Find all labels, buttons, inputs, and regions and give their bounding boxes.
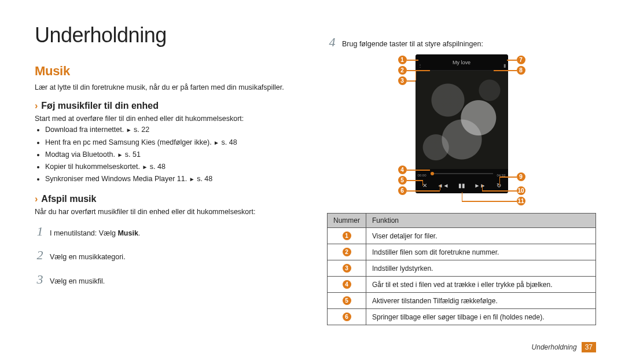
step-item: 2 Vælg en musikkategori. [35, 243, 304, 267]
table-cell-function: Aktiverer tilstanden Tilfældig rækkefølg… [366, 293, 596, 309]
footer-section-name: Underholdning [532, 343, 577, 351]
step-post: . [138, 229, 140, 237]
subheading-add-files-text: Føj musikfiler til din enhed [41, 101, 159, 111]
list-item: Download fra internettet. ► s. 22 [45, 124, 304, 136]
step-4-text: Brug følgende taster til at styre afspil… [342, 40, 483, 48]
table-cell-function: Går til et sted i filen ved at trække i … [366, 277, 596, 293]
step-text: Vælg en musikfil. [50, 275, 105, 289]
table-header-function: Funktion [366, 214, 596, 228]
callout-5: 5 [398, 176, 407, 185]
triangle-icon: ► [189, 176, 195, 182]
bullet-text: Hent fra en pc med Samsung Kies (medfølg… [45, 138, 212, 146]
step-item: 3 Vælg en musikfil. [35, 267, 304, 292]
callout-bullet-icon: 2 [343, 248, 351, 256]
callout-4: 4 [398, 166, 407, 174]
callout-lead [440, 185, 441, 190]
table-row: 1 Viser detaljer for filer. [328, 228, 596, 244]
progress-thumb-icon [431, 172, 434, 175]
table-header-row: Nummer Funktion [328, 214, 596, 228]
left-column: Underholdning Musik Lær at lytte til din… [35, 23, 304, 352]
callout-lead [499, 177, 517, 178]
table-row: 5 Aktiverer tilstanden Tilfældig rækkefø… [328, 293, 596, 309]
step-bold: Musik [117, 229, 138, 237]
triangle-icon: ► [117, 152, 123, 158]
step-number-icon: 3 [35, 267, 45, 292]
bullet-text: Download fra internettet. [45, 126, 124, 134]
bullet-text: Modtag via Bluetooth. [45, 150, 115, 159]
triangle-icon: ► [214, 139, 219, 146]
list-item: Kopier til hukommelseskortet. ► s. 48 [45, 161, 304, 173]
player-diagram: ⋮ My love ▮ 00:00 04:32 ✕ ◄◄ ▮▮ [327, 54, 596, 205]
callout-lead [407, 170, 430, 171]
table-row: 2 Indstiller filen som dit foretrukne nu… [328, 244, 596, 260]
shuffle-icon: ✕ [416, 182, 434, 189]
step-number-icon: 2 [35, 243, 45, 267]
bullet-text: Kopier til hukommelseskortet. [45, 163, 140, 171]
play-icon: ▮▮ [453, 182, 471, 189]
footer-page-number: 37 [582, 342, 596, 352]
callout-lead [462, 192, 463, 201]
table-cell-function: Indstiller lydstyrken. [366, 260, 596, 277]
prev-icon: ◄◄ [434, 182, 453, 189]
step-number-icon: 4 [327, 35, 337, 50]
list-item: Synkroniser med Windows Media Player 11.… [45, 173, 304, 185]
page-title: Underholdning [35, 23, 304, 47]
callout-lead [482, 185, 483, 190]
table-cell-function: Springer tilbage eller søger tilbage i e… [366, 309, 596, 325]
page-footer: Underholdning 37 [532, 342, 596, 352]
callout-3: 3 [398, 76, 407, 85]
callout-1: 1 [398, 56, 407, 64]
add-files-lead: Start med at overføre filer til din enhe… [35, 113, 304, 124]
callout-lead [416, 70, 417, 80]
play-steps: 1 I menutilstand: Vælg Musik. 2 Vælg en … [35, 219, 304, 292]
step-text: I menutilstand: Vælg Musik. [50, 227, 140, 241]
album-art [416, 71, 508, 169]
page-ref: s. 48 [150, 163, 166, 171]
callout-lead [407, 180, 422, 181]
callout-bullet-icon: 5 [343, 296, 351, 305]
callout-lead [499, 177, 501, 186]
callout-lead [407, 190, 440, 192]
callout-lead [407, 60, 418, 61]
page-ref: s. 51 [125, 150, 141, 159]
repeat-icon: ↻ [490, 182, 508, 189]
section-intro: Lær at lytte til din foretrukne musik, n… [35, 82, 304, 93]
step-number-icon: 1 [35, 219, 45, 244]
page-ref: s. 48 [222, 138, 237, 146]
table-cell-function: Viser detaljer for filer. [366, 228, 596, 244]
step-4-row: 4 Brug følgende taster til at styre afsp… [327, 35, 596, 50]
table-header-number: Nummer [328, 214, 366, 228]
callout-lead [507, 60, 517, 61]
right-column: 4 Brug følgende taster til at styre afsp… [327, 23, 596, 352]
phone-screenshot: ⋮ My love ▮ 00:00 04:32 ✕ ◄◄ ▮▮ [416, 54, 508, 193]
section-title-musik: Musik [35, 64, 304, 79]
function-table: Nummer Funktion 1 Viser detaljer for fil… [327, 213, 596, 325]
callout-8: 8 [517, 66, 525, 75]
now-playing-title: My love [453, 60, 470, 65]
callout-lead [407, 80, 416, 82]
callout-lead [482, 190, 517, 192]
callout-10: 10 [517, 186, 525, 195]
list-item: Hent fra en pc med Samsung Kies (medfølg… [45, 137, 304, 149]
callout-11: 11 [517, 197, 525, 205]
list-item: Modtag via Bluetooth. ► s. 51 [45, 149, 304, 161]
step-item: 1 I menutilstand: Vælg Musik. [35, 219, 304, 244]
chevron-icon: › [35, 194, 38, 204]
phone-title-bar: ⋮ My love ▮ [416, 54, 508, 71]
table-row: 3 Indstiller lydstyrken. [328, 260, 596, 277]
callout-9: 9 [517, 172, 525, 181]
callout-bullet-icon: 6 [343, 312, 351, 321]
callout-bullet-icon: 4 [343, 280, 351, 289]
subheading-add-files: › Føj musikfiler til din enhed [35, 101, 304, 111]
callout-6: 6 [398, 186, 407, 195]
triangle-icon: ► [126, 127, 132, 133]
callout-bullet-icon: 1 [343, 231, 351, 240]
callout-lead [422, 180, 424, 186]
step-text: Vælg en musikkategori. [50, 251, 126, 264]
bullet-text: Synkroniser med Windows Media Player 11. [45, 175, 187, 183]
chevron-icon: › [35, 101, 38, 111]
table-cell-function: Indstiller filen som dit foretrukne numm… [366, 244, 596, 260]
table-row: 4 Går til et sted i filen ved at trække … [328, 277, 596, 293]
page-ref: s. 48 [197, 175, 212, 183]
callout-lead [407, 70, 430, 71]
